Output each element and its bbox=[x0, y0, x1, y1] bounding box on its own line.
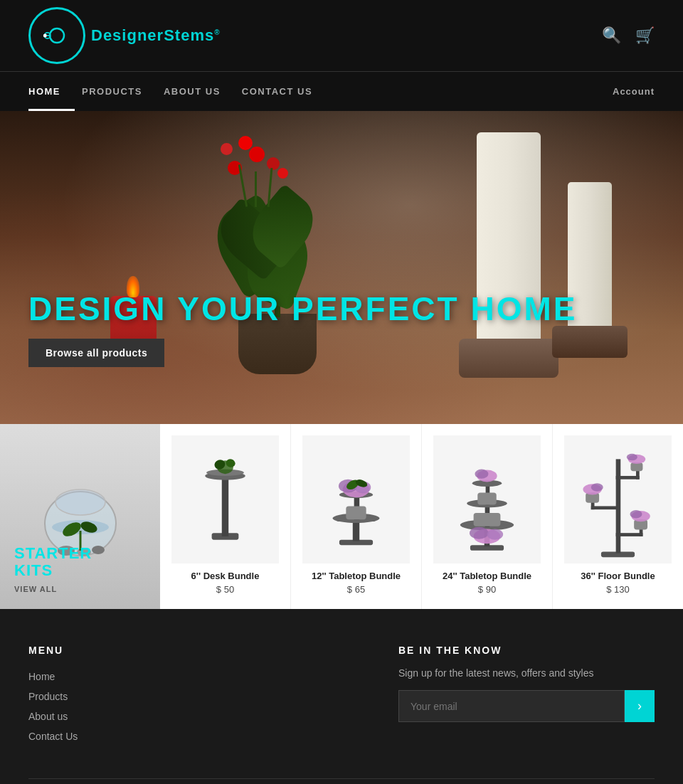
product-price-3: $ 130 bbox=[606, 584, 630, 595]
svg-point-3 bbox=[43, 34, 47, 38]
product-name-3: 36'' Floor Bundle bbox=[581, 571, 655, 581]
floor-36-illustration bbox=[564, 435, 672, 563]
footer-newsletter: BE IN THE KNOW Sign up for the latest ne… bbox=[398, 645, 655, 750]
products-section: STARTER KITS VIEW ALL 6'' D bbox=[0, 424, 683, 609]
footer-bottom: © 2017, Designer Stems. AMEX DISC JCB MC… bbox=[28, 778, 655, 784]
footer: MENU Home Products About us Contact Us B… bbox=[0, 609, 683, 784]
product-image-3 bbox=[564, 435, 672, 563]
header: DesignerStems® 🔍 🛒 bbox=[0, 0, 683, 71]
product-card-2[interactable]: 24'' Tabletop Bundle $ 90 bbox=[422, 424, 553, 609]
footer-menu-item-3: Contact Us bbox=[28, 730, 78, 743]
tabletop-24-illustration bbox=[433, 435, 541, 563]
nav-item-products[interactable]: PRODUCTS bbox=[82, 72, 157, 111]
starter-kits-label: STARTER KITS VIEW ALL bbox=[14, 545, 146, 595]
svg-rect-47 bbox=[616, 459, 621, 553]
footer-menu-item-1: Products bbox=[28, 690, 78, 703]
header-icons: 🔍 🛒 bbox=[602, 26, 655, 45]
browse-products-button[interactable]: Browse all products bbox=[28, 339, 164, 367]
logo[interactable]: DesignerStems® bbox=[28, 7, 221, 64]
svg-rect-39 bbox=[474, 513, 501, 526]
svg-rect-40 bbox=[477, 493, 496, 505]
desk-bundle-illustration bbox=[171, 435, 279, 563]
subscribe-button[interactable]: › bbox=[625, 690, 655, 722]
footer-link-products[interactable]: Products bbox=[28, 691, 68, 702]
footer-link-contact[interactable]: Contact Us bbox=[28, 731, 78, 742]
product-price-2: $ 90 bbox=[478, 584, 496, 595]
svg-point-45 bbox=[475, 470, 489, 479]
hero-headline: DESIGN YOUR PERFECT HOME bbox=[28, 291, 577, 327]
footer-link-home[interactable]: Home bbox=[28, 671, 55, 682]
footer-link-about[interactable]: About us bbox=[28, 711, 68, 722]
tabletop-12-illustration bbox=[302, 435, 410, 563]
svg-point-42 bbox=[470, 527, 488, 539]
search-icon[interactable]: 🔍 bbox=[602, 26, 621, 45]
footer-menu-list: Home Products About us Contact Us bbox=[28, 670, 78, 743]
product-image-0 bbox=[171, 435, 279, 563]
product-name-1: 12'' Tabletop Bundle bbox=[312, 571, 401, 581]
nav-item-about[interactable]: ABOUT US bbox=[164, 72, 235, 111]
product-name-0: 6'' Desk Bundle bbox=[191, 571, 260, 581]
email-input[interactable] bbox=[398, 690, 625, 722]
footer-menu: MENU Home Products About us Contact Us bbox=[28, 645, 78, 750]
email-form: › bbox=[398, 690, 655, 722]
footer-menu-item-0: Home bbox=[28, 670, 78, 683]
hero-text: DESIGN YOUR PERFECT HOME Browse all prod… bbox=[28, 291, 577, 367]
footer-top: MENU Home Products About us Contact Us B… bbox=[28, 645, 655, 750]
starter-kits-title: STARTER KITS bbox=[14, 545, 146, 579]
svg-point-57 bbox=[591, 483, 603, 491]
svg-rect-58 bbox=[616, 476, 640, 480]
hero-section: DESIGN YOUR PERFECT HOME Browse all prod… bbox=[0, 111, 683, 424]
svg-rect-48 bbox=[616, 533, 643, 536]
account-link[interactable]: Account bbox=[613, 86, 655, 97]
view-all-link[interactable]: VIEW ALL bbox=[14, 585, 57, 593]
newsletter-description: Sign up for the latest news, offers and … bbox=[398, 667, 655, 679]
nav-left: HOME PRODUCTS ABOUT US CONTACT US bbox=[28, 72, 334, 111]
svg-rect-53 bbox=[591, 506, 617, 509]
navigation: HOME PRODUCTS ABOUT US CONTACT US Accoun… bbox=[0, 71, 683, 111]
svg-point-0 bbox=[50, 28, 64, 43]
logo-text: DesignerStems® bbox=[91, 26, 221, 45]
logo-circle bbox=[28, 7, 85, 64]
svg-point-52 bbox=[630, 510, 642, 518]
svg-point-62 bbox=[627, 454, 637, 460]
svg-rect-26 bbox=[346, 506, 366, 519]
product-name-2: 24'' Tabletop Bundle bbox=[443, 571, 531, 581]
product-image-2 bbox=[433, 435, 541, 563]
cart-icon[interactable]: 🛒 bbox=[635, 26, 655, 45]
product-price-0: $ 50 bbox=[216, 584, 234, 595]
product-price-1: $ 65 bbox=[347, 584, 365, 595]
product-card-0[interactable]: 6'' Desk Bundle $ 50 bbox=[160, 424, 291, 609]
nav-item-contact[interactable]: CONTACT US bbox=[242, 72, 327, 111]
svg-point-6 bbox=[55, 489, 105, 515]
svg-point-43 bbox=[487, 529, 504, 540]
product-image-1 bbox=[302, 435, 410, 563]
svg-rect-15 bbox=[222, 480, 228, 536]
footer-menu-item-2: About us bbox=[28, 710, 78, 723]
product-card-3[interactable]: 36'' Floor Bundle $ 130 bbox=[553, 424, 683, 609]
logo-icon bbox=[39, 18, 75, 53]
nav-item-home[interactable]: HOME bbox=[28, 72, 75, 111]
starter-kits-card: STARTER KITS VIEW ALL bbox=[0, 424, 160, 609]
hero-decoration bbox=[0, 111, 683, 424]
newsletter-title: BE IN THE KNOW bbox=[398, 645, 655, 656]
product-card-1[interactable]: 12'' Tabletop Bundle $ 65 bbox=[291, 424, 422, 609]
footer-menu-title: MENU bbox=[28, 645, 78, 656]
products-grid: 6'' Desk Bundle $ 50 bbox=[160, 424, 683, 609]
